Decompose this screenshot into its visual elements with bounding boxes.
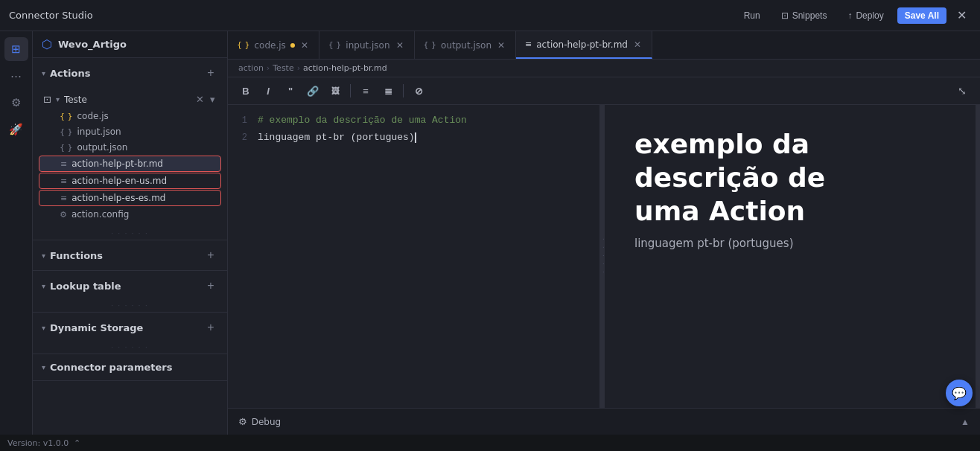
folder-expand-button[interactable]: ▾	[209, 94, 217, 105]
debug-icon: ⚙	[238, 416, 247, 427]
section-lookup-header[interactable]: ▾ Lookup table +	[33, 271, 227, 301]
file-item-action-help-es-es[interactable]: ≡ action-help-es-es.md	[39, 190, 221, 206]
folder-icon: ⊡	[43, 94, 51, 105]
section-lookup-label: Lookup table	[50, 281, 121, 292]
breadcrumb-sep-2: ›	[297, 63, 300, 73]
preview-toggle-button[interactable]: ⊘	[408, 81, 429, 100]
workspace-header[interactable]: ⬡ Wevo_Artigo	[33, 31, 227, 58]
home-icon[interactable]: ⊞	[4, 37, 28, 61]
chevron-dynamic-icon: ▾	[42, 324, 45, 332]
drag-handle-lookup[interactable]: · · · · · ·	[33, 301, 227, 312]
breadcrumb-sep-1: ›	[267, 63, 270, 73]
md-file-icon: ≡	[60, 193, 67, 203]
file-item-action-help-pt-br[interactable]: ≡ action-help-pt-br.md	[39, 156, 221, 172]
snippets-button[interactable]: ⊡ Snippets	[774, 7, 835, 24]
section-dynamic-storage-header[interactable]: ▾ Dynamic Storage +	[33, 313, 227, 342]
file-item-output-json[interactable]: { } output.json	[39, 140, 221, 155]
file-name: action-help-en-us.md	[71, 176, 167, 186]
section-functions: ▾ Functions +	[33, 240, 227, 271]
add-lookup-button[interactable]: +	[203, 278, 218, 293]
app-title: Connector Studio	[9, 10, 93, 21]
version-label: Version: v1.0.0	[7, 438, 69, 448]
preview-pane: exemplo da descrição deuma Action lingua…	[605, 105, 976, 408]
icon-sidebar: ⊞ ⋯ ⚙ 🚀	[0, 31, 33, 435]
editor-toolbar: B I " 🔗 🖼 ≡ ≣ ⊘ ⤡	[228, 77, 980, 105]
section-functions-header[interactable]: ▾ Functions +	[33, 240, 227, 270]
drag-handle-dynamic[interactable]: · · · · · ·	[33, 342, 227, 354]
json-file-icon: { }	[60, 127, 73, 137]
file-name: action-help-pt-br.md	[71, 159, 163, 169]
bold-button[interactable]: B	[235, 81, 256, 100]
add-dynamic-button[interactable]: +	[203, 320, 218, 335]
code-line-1: 1 # exemplo da descrição de uma Action	[228, 112, 599, 129]
section-dynamic-storage: ▾ Dynamic Storage + · · · · · ·	[33, 313, 227, 354]
tabs-bar: { } code.js ✕ { } input.json ✕ { } outpu…	[228, 31, 980, 60]
drag-dots: · · · · · ·	[112, 303, 149, 310]
toolbar-sep-2	[403, 84, 404, 97]
add-action-button[interactable]: +	[203, 65, 218, 80]
preview-subtitle: linguagem pt-br (portugues)	[634, 237, 946, 250]
section-lookup-table: ▾ Lookup table + · · · · · ·	[33, 271, 227, 313]
drag-handle-actions[interactable]: · · · · · ·	[33, 228, 227, 240]
workspace-icon: ⬡	[42, 37, 52, 51]
chevron-connector-icon: ▾	[42, 363, 45, 371]
code-editor[interactable]: 1 # exemplo da descrição de uma Action 2…	[228, 105, 600, 408]
section-actions: ▾ Actions + ⊡ ▾ Teste ✕ ▾	[33, 58, 227, 240]
italic-button[interactable]: I	[258, 81, 279, 100]
tab-close-code-js[interactable]: ✕	[299, 40, 310, 51]
save-all-button[interactable]: Save All	[897, 7, 946, 24]
drag-dots: · · · · · ·	[112, 345, 149, 351]
file-item-code-js[interactable]: { } code.js	[39, 109, 221, 124]
file-sidebar: ⬡ Wevo_Artigo ▾ Actions + ⊡ ▾ Teste	[33, 31, 228, 435]
right-drag-handle[interactable]	[976, 105, 980, 408]
breadcrumb-item-current: action-help-pt-br.md	[303, 63, 387, 73]
ul-button[interactable]: ≡	[355, 81, 376, 100]
tab-close-input-json[interactable]: ✕	[395, 40, 405, 51]
debug-label: Debug	[252, 417, 281, 427]
tab-close-action-help[interactable]: ✕	[632, 39, 643, 50]
editor-area: { } code.js ✕ { } input.json ✕ { } outpu…	[228, 31, 980, 435]
quote-button[interactable]: "	[280, 81, 301, 100]
tab-output-json[interactable]: { } output.json ✕	[415, 31, 516, 59]
js-file-icon: { }	[60, 112, 73, 121]
file-item-action-help-en-us[interactable]: ≡ action-help-en-us.md	[39, 173, 221, 189]
section-actions-header[interactable]: ▾ Actions +	[33, 58, 227, 88]
chevron-lookup-icon: ▾	[42, 282, 45, 290]
breadcrumb-item-action[interactable]: action	[238, 63, 264, 73]
ol-button[interactable]: ≣	[378, 81, 398, 100]
deploy-button[interactable]: ↑ Deploy	[840, 7, 891, 24]
version-expand-button[interactable]: ⌃	[71, 438, 83, 448]
settings-icon[interactable]: ⚙	[4, 91, 28, 115]
add-function-button[interactable]: +	[203, 248, 218, 263]
breadcrumb: action › Teste › action-help-pt-br.md	[228, 60, 980, 77]
folder-close-button[interactable]: ✕	[194, 94, 206, 105]
tab-close-output-json[interactable]: ✕	[496, 40, 506, 51]
file-name: input.json	[77, 127, 121, 137]
md-tab-icon: ≡	[525, 39, 532, 49]
topbar: Connector Studio Run ⊡ Snippets ↑ Deploy…	[0, 0, 980, 31]
tab-action-help-pt-br[interactable]: ≡ action-help-pt-br.md ✕	[516, 31, 652, 59]
md-file-icon: ≡	[60, 159, 67, 169]
flow-icon[interactable]: ⋯	[4, 64, 28, 88]
image-button[interactable]: 🖼	[325, 81, 346, 100]
section-functions-label: Functions	[50, 250, 103, 261]
section-actions-label: Actions	[50, 68, 90, 79]
section-connector-params-header[interactable]: ▾ Connector parameters	[33, 354, 227, 380]
close-button[interactable]: ✕	[952, 7, 971, 24]
run-button[interactable]: Run	[736, 7, 768, 24]
expand-button[interactable]: ⤡	[952, 81, 973, 100]
chat-float-button[interactable]: 💬	[946, 380, 973, 406]
folder-teste: ⊡ ▾ Teste ✕ ▾ { } code.js { } inp	[33, 88, 227, 228]
file-name: action.config	[71, 209, 129, 220]
file-item-action-config[interactable]: ⚙ action.config	[39, 207, 221, 222]
status-bar: Version: v1.0.0 ⌃	[0, 435, 980, 451]
drag-dots: · · · · · ·	[112, 231, 149, 237]
tab-code-js[interactable]: { } code.js ✕	[228, 31, 319, 59]
tab-input-json[interactable]: { } input.json ✕	[319, 31, 415, 59]
deploy-nav-icon[interactable]: 🚀	[4, 118, 28, 141]
breadcrumb-item-teste[interactable]: Teste	[273, 63, 293, 73]
folder-teste-header[interactable]: ⊡ ▾ Teste ✕ ▾	[39, 91, 221, 108]
debug-collapse-button[interactable]: ▲	[961, 417, 970, 427]
file-item-input-json[interactable]: { } input.json	[39, 124, 221, 139]
link-button[interactable]: 🔗	[302, 81, 323, 100]
